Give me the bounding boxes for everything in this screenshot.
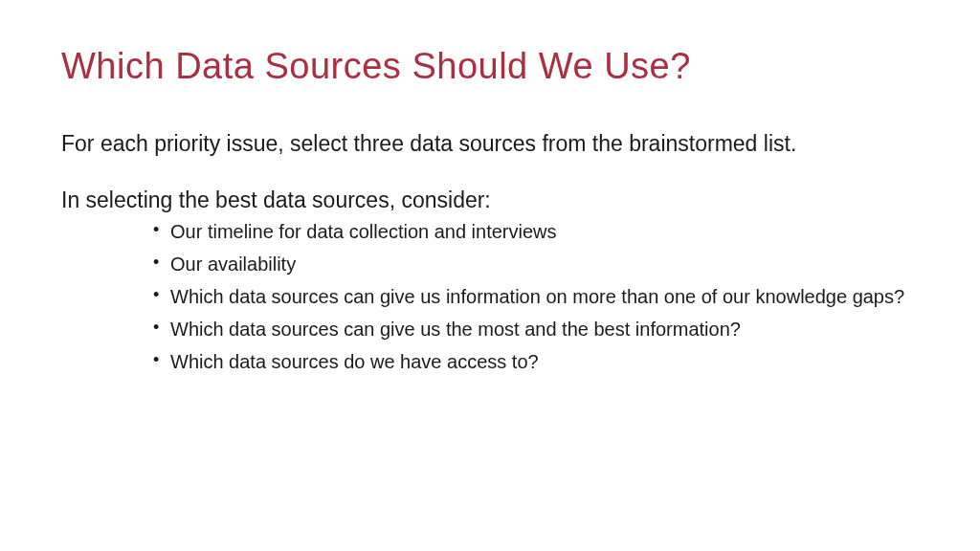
list-item: Our availability xyxy=(153,252,919,276)
intro-paragraph: For each priority issue, select three da… xyxy=(61,129,919,159)
list-item: Our timeline for data collection and int… xyxy=(153,219,919,244)
list-item: Which data sources can give us informati… xyxy=(153,284,919,309)
consider-label: In selecting the best data sources, cons… xyxy=(61,187,919,213)
list-item: Which data sources can give us the most … xyxy=(153,317,919,342)
bullet-list: Our timeline for data collection and int… xyxy=(61,219,919,374)
list-item: Which data sources do we have access to? xyxy=(153,349,919,374)
slide-title: Which Data Sources Should We Use? xyxy=(61,46,919,87)
